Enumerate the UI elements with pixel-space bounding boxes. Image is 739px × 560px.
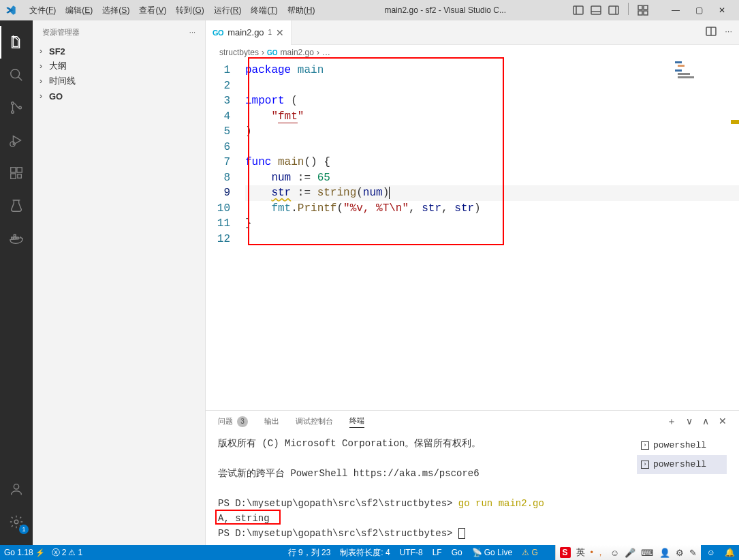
svg-rect-8 [638, 11, 642, 15]
terminal-line [218, 481, 631, 496]
sb-eol[interactable]: LF [433, 548, 442, 557]
svg-rect-7 [644, 5, 648, 10]
svg-marker-15 [13, 136, 20, 145]
editor-group: GO main2.go 1 ✕ ··· structbytes› GOmain2… [206, 20, 739, 545]
menu-item[interactable]: 运行(R) [209, 5, 247, 16]
maximize-button[interactable]: ▢ [687, 0, 710, 20]
sb-go-live[interactable]: 📡Go Live [472, 548, 512, 557]
extensions-icon[interactable] [0, 157, 33, 189]
maximize-panel-icon[interactable]: ∧ [702, 416, 709, 428]
menu-item[interactable]: 终端(T) [246, 5, 282, 16]
svg-rect-0 [573, 6, 583, 14]
svg-rect-25 [14, 235, 16, 237]
panel-tab-debug[interactable]: 调试控制台 [296, 416, 333, 426]
split-terminal-icon[interactable]: ∨ [686, 416, 693, 428]
minimize-button[interactable]: — [664, 0, 687, 20]
code-editor[interactable]: 123456789101112 package main import ( "f… [206, 60, 739, 410]
tree-section[interactable]: ›SF2 [33, 44, 205, 59]
source-control-icon[interactable] [0, 91, 33, 124]
terminal-sessions: ›powershell ›powershell [637, 436, 727, 545]
editor-scrollbar[interactable] [731, 60, 739, 410]
panel-tab-terminal[interactable]: 终端 [349, 416, 364, 428]
code-line[interactable] [245, 78, 739, 94]
close-panel-icon[interactable]: ✕ [719, 416, 727, 428]
layout-buttons [571, 3, 650, 18]
sb-go-version[interactable]: Go 1.18⚡ [4, 548, 45, 557]
svg-point-12 [12, 102, 14, 105]
tab-main2-go[interactable]: GO main2.go 1 ✕ [206, 20, 292, 45]
layout-customize-icon[interactable] [635, 3, 650, 18]
tree-section[interactable]: ›大纲 [33, 59, 205, 74]
svg-rect-2 [591, 6, 601, 14]
more-icon[interactable]: ··· [725, 26, 732, 39]
explorer-icon[interactable] [0, 26, 33, 59]
docker-icon[interactable] [0, 222, 33, 255]
menu-item[interactable]: 查看(V) [134, 5, 171, 16]
code-line[interactable]: } [245, 216, 739, 232]
activity-bar: 1 [0, 20, 33, 545]
code-line[interactable]: num := 65 [245, 170, 739, 186]
tree-section[interactable]: ›GO [33, 89, 205, 104]
menu-item[interactable]: 帮助(H) [283, 5, 320, 16]
close-button[interactable]: ✕ [710, 0, 734, 20]
titlebar: 文件(F)编辑(E)选择(S)查看(V)转到(G)运行(R)终端(T)帮助(H)… [0, 0, 739, 20]
more-icon[interactable]: ··· [189, 28, 195, 36]
accounts-icon[interactable] [0, 473, 33, 505]
code-line[interactable]: fmt.Printf("%v, %T\n", str, str) [245, 201, 739, 217]
terminal-session-1[interactable]: ›powershell [637, 436, 727, 455]
code-line[interactable]: str := string(num) [245, 185, 739, 201]
code-line[interactable] [245, 232, 739, 247]
editor-tabs: GO main2.go 1 ✕ ··· [206, 20, 739, 45]
top-menu: 文件(F)编辑(E)选择(S)查看(V)转到(G)运行(R)终端(T)帮助(H) [25, 5, 319, 16]
sogou-logo-icon: S [560, 547, 571, 558]
window-title: main2.go - sf2 - Visual Studio C... [319, 5, 571, 15]
go-file-icon: GO [213, 29, 223, 37]
code-line[interactable]: "fmt" [245, 109, 739, 125]
minimap[interactable] [675, 60, 729, 94]
sb-warn[interactable]: ⚠ G [522, 548, 538, 557]
close-icon[interactable]: ✕ [276, 27, 284, 38]
layout-panel-right-icon[interactable] [606, 3, 621, 18]
code-line[interactable]: import ( [245, 93, 739, 109]
menu-item[interactable]: 编辑(E) [61, 5, 97, 16]
split-editor-icon[interactable] [706, 26, 717, 39]
panel-tab-problems[interactable]: 问题 3 [218, 416, 248, 427]
sb-lang[interactable]: Go [452, 548, 462, 557]
sb-encoding[interactable]: UTF-8 [400, 548, 423, 557]
terminal-output[interactable]: 版权所有 (C) Microsoft Corporation。保留所有权利。 尝… [208, 436, 631, 545]
ime-toolbar[interactable]: S 英 • ， ☺🎤⌨👤⚙✎ [555, 545, 701, 560]
menu-item[interactable]: 文件(F) [25, 5, 61, 16]
svg-rect-4 [609, 6, 618, 14]
code-line[interactable]: ) [245, 124, 739, 140]
sb-bell-icon[interactable]: 🔔 [725, 548, 735, 557]
panel-tab-output[interactable]: 输出 [264, 416, 279, 426]
svg-rect-9 [644, 11, 648, 15]
run-debug-icon[interactable] [0, 124, 33, 157]
layout-panel-left-icon[interactable] [571, 3, 586, 18]
settings-icon[interactable]: 1 [0, 505, 33, 538]
menu-item[interactable]: 选择(S) [97, 5, 134, 16]
terminal-session-2[interactable]: ›powershell [637, 455, 727, 474]
terminal-line [218, 451, 631, 466]
sb-feedback-icon[interactable]: ☺ [707, 548, 715, 557]
layout-panel-bottom-icon[interactable] [588, 3, 603, 18]
sb-problems[interactable]: ⓧ2 ⚠1 [52, 547, 82, 559]
svg-rect-6 [638, 5, 642, 10]
sb-line-col[interactable]: 行 9，列 23 [288, 547, 331, 559]
svg-point-14 [19, 106, 22, 109]
terminal-line: 版权所有 (C) Microsoft Corporation。保留所有权利。 [218, 436, 631, 451]
sb-tab-size[interactable]: 制表符长度: 4 [340, 547, 390, 559]
code-line[interactable]: package main [245, 63, 739, 78]
code-line[interactable]: func main() { [245, 155, 739, 170]
svg-point-10 [11, 69, 20, 78]
new-terminal-icon[interactable]: ＋ [667, 416, 676, 428]
search-icon[interactable] [0, 59, 33, 91]
window-controls: — ▢ ✕ [664, 0, 734, 20]
breadcrumb[interactable]: structbytes› GOmain2.go› … [206, 45, 739, 60]
vscode-logo-icon [5, 5, 16, 16]
tree-section[interactable]: ›时间线 [33, 74, 205, 89]
menu-item[interactable]: 转到(G) [171, 5, 208, 16]
bottom-panel: 问题 3 输出 调试控制台 终端 ＋ ∨ ∧ ✕ 版权所有 (C) Micros… [206, 410, 739, 545]
testing-icon[interactable] [0, 189, 33, 222]
code-line[interactable] [245, 140, 739, 155]
